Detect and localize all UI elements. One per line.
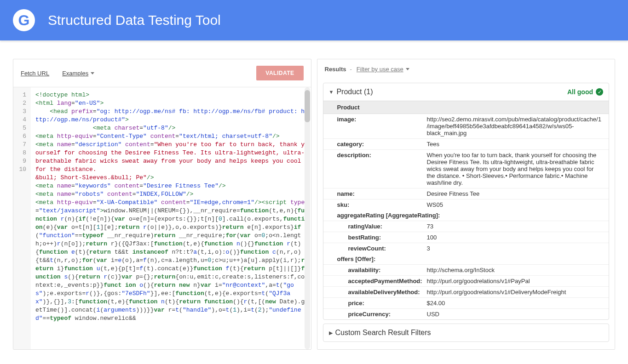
left-toolbar: Fetch URL Examples VALIDATE bbox=[13, 59, 311, 87]
result-key: reviewCount: bbox=[337, 245, 427, 252]
result-key: availableDeliveryMethod: bbox=[337, 289, 427, 296]
dash-separator: - bbox=[350, 66, 351, 73]
result-row: image:http://seo2.demo.mirasvit.com/pub/… bbox=[323, 114, 609, 139]
caret-down-icon bbox=[91, 72, 94, 74]
offers-header: offers [Offer]: bbox=[323, 254, 609, 265]
scrollbar-thumb[interactable] bbox=[305, 90, 310, 122]
result-row: sku:WS05 bbox=[323, 199, 609, 210]
app-title: Structured Data Testing Tool bbox=[48, 12, 221, 28]
offers-rows: availability:http://schema.org/InStockac… bbox=[323, 265, 609, 319]
result-row: category:Tees bbox=[323, 139, 609, 150]
fetch-url-link[interactable]: Fetch URL bbox=[21, 70, 49, 77]
left-pane: Fetch URL Examples VALIDATE 12345678910 … bbox=[13, 59, 311, 350]
scrollbar-track[interactable] bbox=[305, 87, 310, 349]
aggregate-rating-header: aggregateRating [AggregateRating]: bbox=[323, 210, 609, 221]
custom-filters-section: ▶ Custom Search Result Filters bbox=[323, 324, 610, 342]
main-split: Fetch URL Examples VALIDATE 12345678910 … bbox=[0, 40, 628, 350]
all-good-label: All good bbox=[567, 88, 593, 96]
right-toolbar: Results - Filter by use case bbox=[317, 59, 615, 79]
filter-dropdown[interactable]: Filter by use case bbox=[357, 66, 409, 73]
right-pane: Results - Filter by use case ▼ Product (… bbox=[317, 59, 616, 350]
result-value: When you're too far to turn back, thank … bbox=[427, 152, 603, 186]
result-row: availability:http://schema.org/InStock bbox=[323, 265, 609, 276]
product-subheader: Product bbox=[323, 101, 609, 114]
result-row: reviewCount:3 bbox=[323, 243, 609, 254]
triangle-right-icon: ▶ bbox=[329, 330, 333, 336]
product-section-header[interactable]: ▼ Product (1) All good ✓ bbox=[323, 83, 609, 101]
code-editor[interactable]: 12345678910 <!doctype html> <html lang="… bbox=[13, 87, 311, 349]
result-value: 3 bbox=[427, 245, 603, 252]
result-key: priceCurrency: bbox=[337, 311, 427, 318]
examples-label: Examples bbox=[62, 70, 88, 77]
result-row: name:Desiree Fitness Tee bbox=[323, 188, 609, 199]
result-row: bestRating:100 bbox=[323, 232, 609, 243]
caret-down-icon bbox=[406, 68, 409, 70]
validate-button[interactable]: VALIDATE bbox=[256, 66, 303, 80]
aggregate-rating-rows: ratingValue:73bestRating:100reviewCount:… bbox=[323, 221, 609, 254]
product-section-title: Product (1) bbox=[336, 88, 567, 96]
triangle-down-icon: ▼ bbox=[329, 89, 334, 95]
result-value: http://schema.org/InStock bbox=[427, 267, 603, 273]
result-value: http://purl.org/goodrelations/v1#Deliver… bbox=[427, 289, 603, 296]
result-key: sku: bbox=[337, 201, 427, 208]
result-row: price:$24.00 bbox=[323, 298, 609, 309]
product-section: ▼ Product (1) All good ✓ Product image:h… bbox=[323, 83, 610, 320]
result-value: 73 bbox=[427, 223, 603, 230]
result-key: name: bbox=[337, 190, 427, 197]
result-value: Tees bbox=[427, 141, 603, 148]
result-key: ratingValue: bbox=[337, 223, 427, 230]
google-g-logo: G bbox=[13, 9, 35, 31]
product-rows: image:http://seo2.demo.mirasvit.com/pub/… bbox=[323, 114, 609, 210]
result-row: acceptedPaymentMethod:http://purl.org/go… bbox=[323, 276, 609, 287]
results-label: Results bbox=[325, 66, 346, 73]
result-key: category: bbox=[337, 141, 427, 148]
result-value: http://purl.org/goodrelations/v1#PayPal bbox=[427, 278, 603, 284]
check-icon: ✓ bbox=[596, 88, 603, 96]
result-key: acceptedPaymentMethod: bbox=[337, 278, 427, 284]
result-row: availableDeliveryMethod:http://purl.org/… bbox=[323, 287, 609, 298]
examples-dropdown[interactable]: Examples bbox=[62, 70, 94, 77]
result-row: priceCurrency:USD bbox=[323, 309, 609, 319]
result-row: description:When you're too far to turn … bbox=[323, 150, 609, 188]
result-key: availability: bbox=[337, 267, 427, 273]
app-header: G Structured Data Testing Tool bbox=[0, 0, 628, 40]
result-value: $24.00 bbox=[427, 300, 603, 307]
result-key: description: bbox=[337, 152, 427, 186]
result-key: price: bbox=[337, 300, 427, 307]
line-gutter: 12345678910 bbox=[13, 87, 31, 349]
result-value: WS05 bbox=[427, 201, 603, 208]
filter-label: Filter by use case bbox=[357, 66, 403, 73]
code-content[interactable]: <!doctype html> <html lang="en-US"> <hea… bbox=[31, 87, 311, 349]
result-value: USD bbox=[427, 311, 603, 318]
result-row: ratingValue:73 bbox=[323, 221, 609, 232]
result-value: Desiree Fitness Tee bbox=[427, 190, 603, 197]
custom-filters-header[interactable]: ▶ Custom Search Result Filters bbox=[323, 324, 609, 341]
result-key: bestRating: bbox=[337, 234, 427, 241]
result-key: image: bbox=[337, 116, 427, 136]
result-value: 100 bbox=[427, 234, 603, 241]
custom-filters-title: Custom Search Result Filters bbox=[335, 329, 604, 337]
result-value: http://seo2.demo.mirasvit.com/pub/media/… bbox=[427, 116, 603, 136]
